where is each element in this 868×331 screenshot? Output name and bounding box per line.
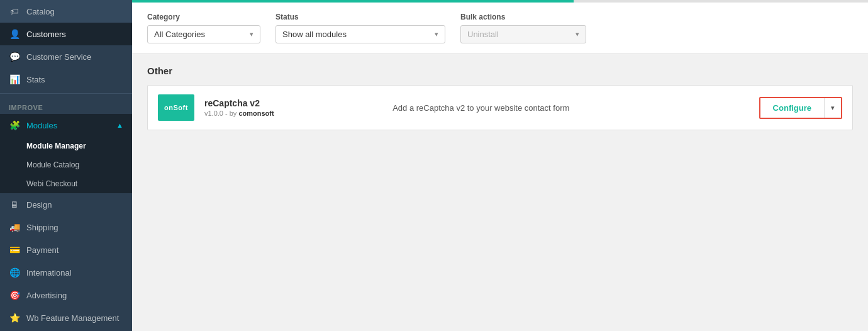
module-action-dropdown-button[interactable]: ▾ xyxy=(825,99,841,117)
status-filter-label: Status xyxy=(275,13,445,21)
international-icon: 🌐 xyxy=(9,267,20,278)
sidebar-item-wb-feature[interactable]: ⭐ Wb Feature Management xyxy=(0,306,132,329)
sidebar-item-customers[interactable]: 👤 Customers xyxy=(0,23,132,45)
module-info: reCaptcha v2 v1.0.0 - by comonsoft xyxy=(204,98,382,117)
bulk-actions-group: Bulk actions Uninstall ▾ xyxy=(460,13,586,43)
module-name: reCaptcha v2 xyxy=(204,98,382,108)
modules-arrow-icon: ▲ xyxy=(116,121,123,129)
status-chevron-icon: ▾ xyxy=(435,30,438,38)
main-content: Category All Categories ▾ Status Show al… xyxy=(132,0,868,331)
category-select-value: All Categories xyxy=(154,30,205,39)
sidebar-sub-item-webi-checkout[interactable]: Webi Checkout xyxy=(0,174,132,193)
catalog-icon: 🏷 xyxy=(9,6,20,16)
sidebar-label-modules: Modules xyxy=(26,121,57,130)
sidebar-label-customer-service: Customer Service xyxy=(26,52,91,62)
sidebar-item-international[interactable]: 🌐 International xyxy=(0,261,132,284)
modules-submenu: Module Manager Module Catalog Webi Check… xyxy=(0,137,132,193)
sidebar-item-shipping[interactable]: 🚚 Shipping xyxy=(0,216,132,238)
sidebar-sub-item-module-catalog[interactable]: Module Catalog xyxy=(0,155,132,174)
sidebar-label-wb-feature: Wb Feature Management xyxy=(26,313,119,323)
category-select[interactable]: All Categories ▾ xyxy=(147,25,260,43)
bulk-select[interactable]: Uninstall ▾ xyxy=(460,25,586,43)
module-logo-text: onSoft xyxy=(164,104,188,111)
sidebar-item-catalog[interactable]: 🏷 Catalog xyxy=(0,0,132,23)
status-select[interactable]: Show all modules ▾ xyxy=(275,25,445,43)
section-title: Other xyxy=(147,65,853,76)
module-catalog-label: Module Catalog xyxy=(26,160,79,169)
sidebar-divider xyxy=(0,93,132,94)
bulk-select-value: Uninstall xyxy=(467,30,499,39)
sidebar-item-customer-service[interactable]: 💬 Customer Service xyxy=(0,45,132,68)
payment-icon: 💳 xyxy=(9,245,20,255)
category-chevron-icon: ▾ xyxy=(250,30,253,38)
sidebar-label-design: Design xyxy=(26,200,52,210)
other-section: Other onSoft reCaptcha v2 v1.0.0 - by co… xyxy=(132,54,868,130)
module-card-recaptcha: onSoft reCaptcha v2 v1.0.0 - by comonsof… xyxy=(147,85,853,130)
module-author: comonsoft xyxy=(238,109,274,117)
module-actions: Configure ▾ xyxy=(759,97,842,119)
configure-button[interactable]: Configure xyxy=(760,98,825,118)
module-version: v1.0.0 - by comonsoft xyxy=(204,109,382,117)
sidebar-label-advertising: Advertising xyxy=(26,291,67,300)
shipping-icon: 🚚 xyxy=(9,222,20,232)
advertising-icon: 🎯 xyxy=(9,290,20,300)
customers-icon: 👤 xyxy=(9,29,20,39)
sidebar-label-international: International xyxy=(26,268,72,278)
category-filter-group: Category All Categories ▾ xyxy=(147,13,260,43)
sidebar-item-advertising[interactable]: 🎯 Advertising xyxy=(0,284,132,306)
sidebar-sub-item-module-manager[interactable]: Module Manager xyxy=(0,137,132,155)
sidebar-item-design[interactable]: 🖥 Design xyxy=(0,193,132,216)
stats-icon: 📊 xyxy=(9,74,20,84)
modules-icon: 🧩 xyxy=(9,120,20,130)
filter-bar: Category All Categories ▾ Status Show al… xyxy=(132,3,868,54)
category-filter-label: Category xyxy=(147,13,260,21)
sidebar: 🏷 Catalog 👤 Customers 💬 Customer Service… xyxy=(0,0,132,331)
improve-section-label: IMPROVE xyxy=(0,96,132,114)
dropdown-chevron-icon: ▾ xyxy=(831,104,835,111)
design-icon: 🖥 xyxy=(9,199,20,210)
module-manager-label: Module Manager xyxy=(26,142,86,150)
status-filter-group: Status Show all modules ▾ xyxy=(275,13,445,43)
sidebar-label-customers: Customers xyxy=(26,30,66,39)
customer-service-icon: 💬 xyxy=(9,52,20,62)
sidebar-item-modules[interactable]: 🧩 Modules ▲ xyxy=(0,114,132,137)
sidebar-label-stats: Stats xyxy=(26,75,45,84)
sidebar-item-payment[interactable]: 💳 Payment xyxy=(0,238,132,261)
sidebar-label-payment: Payment xyxy=(26,245,58,255)
sidebar-label-shipping: Shipping xyxy=(26,223,58,232)
status-select-value: Show all modules xyxy=(282,30,347,39)
bulk-actions-label: Bulk actions xyxy=(460,13,586,21)
wb-feature-icon: ⭐ xyxy=(9,313,20,323)
sidebar-label-catalog: Catalog xyxy=(26,7,55,16)
module-logo: onSoft xyxy=(158,94,194,121)
module-description: Add a reCaptcha v2 to your website conta… xyxy=(392,103,748,113)
bulk-chevron-icon: ▾ xyxy=(576,30,579,38)
sidebar-item-stats[interactable]: 📊 Stats xyxy=(0,68,132,91)
webi-checkout-label: Webi Checkout xyxy=(26,179,77,188)
